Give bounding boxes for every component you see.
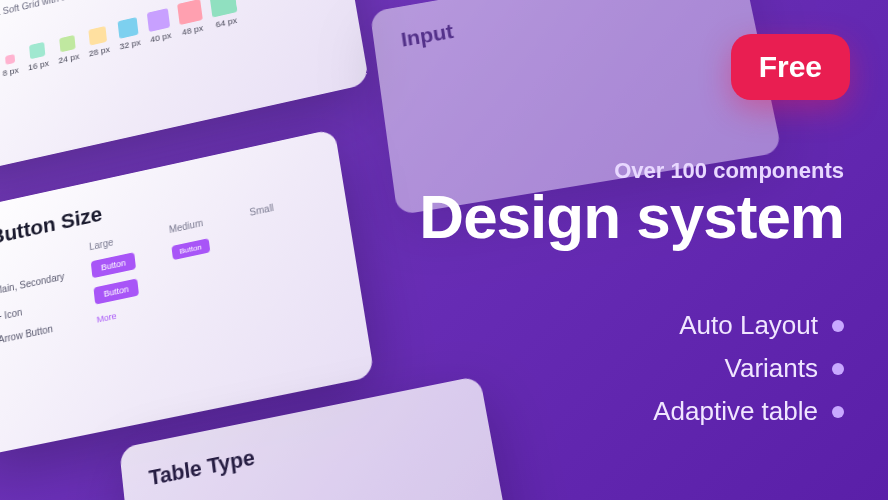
bullet-icon: [832, 406, 844, 418]
px-row: 4 px 8 px 16 px 24 px 28 px 32 px 40 px …: [0, 0, 327, 84]
bullet-icon: [832, 320, 844, 332]
bullet-icon: [832, 363, 844, 375]
headline-title: Design system: [419, 186, 844, 248]
free-badge: Free: [731, 34, 850, 100]
feature-item: Auto Layout: [653, 310, 844, 341]
headline: Over 100 components Design system: [419, 158, 844, 248]
feature-item: Adaptive table: [653, 396, 844, 427]
features-list: Auto Layout Variants Adaptive table: [653, 310, 844, 439]
headline-over: Over 100 components: [419, 158, 844, 184]
input-title: Input: [400, 0, 721, 52]
feature-item: Variants: [653, 353, 844, 384]
table-title: Table Type: [148, 404, 461, 491]
